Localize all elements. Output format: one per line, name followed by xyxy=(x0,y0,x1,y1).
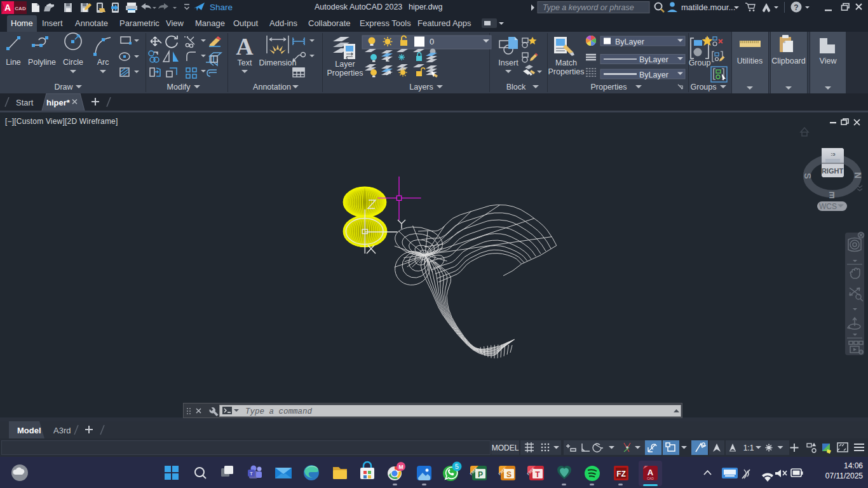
svg-text:Properties: Properties xyxy=(591,83,627,92)
svg-text:?: ? xyxy=(794,3,798,12)
svg-text:Layer: Layer xyxy=(335,60,355,69)
svg-text:A3rd: A3rd xyxy=(53,426,71,435)
svg-text:Insert: Insert xyxy=(498,58,519,67)
svg-text:Model: Model xyxy=(17,426,41,435)
svg-text:Match: Match xyxy=(555,58,577,67)
svg-text:0: 0 xyxy=(430,37,434,46)
svg-text:FZ: FZ xyxy=(616,470,626,478)
svg-text:Layers: Layers xyxy=(409,83,433,92)
svg-text:CAD: CAD xyxy=(647,477,654,480)
svg-text:5: 5 xyxy=(455,463,459,470)
svg-text:Properties: Properties xyxy=(327,69,363,78)
svg-text:ByLayer: ByLayer xyxy=(639,71,668,79)
svg-text:T: T xyxy=(535,470,540,479)
svg-text:Type a keyword or phrase: Type a keyword or phrase xyxy=(543,3,634,12)
svg-text:T: T xyxy=(250,471,253,477)
svg-text:A: A xyxy=(4,3,11,13)
svg-text:ByLayer: ByLayer xyxy=(615,37,644,46)
svg-text:P: P xyxy=(478,470,483,479)
svg-text:1:1: 1:1 xyxy=(743,444,754,452)
svg-text:Block: Block xyxy=(506,83,526,92)
svg-text:Clipboard: Clipboard xyxy=(771,57,806,65)
svg-text:Start: Start xyxy=(16,98,34,107)
svg-text:M: M xyxy=(398,464,403,470)
svg-text:matilde.mour...: matilde.mour... xyxy=(681,3,735,12)
svg-text:S: S xyxy=(506,470,512,479)
svg-text:Properties: Properties xyxy=(548,67,585,76)
svg-text:Groups: Groups xyxy=(691,83,717,92)
svg-text:CAD: CAD xyxy=(15,6,26,11)
svg-text:View: View xyxy=(820,57,837,65)
svg-text:MODEL: MODEL xyxy=(492,444,519,452)
svg-text:Utilities: Utilities xyxy=(737,57,763,65)
svg-text:Group: Group xyxy=(689,58,711,67)
svg-text:ByLayer: ByLayer xyxy=(639,55,668,64)
svg-text:hiper*: hiper* xyxy=(46,98,71,107)
